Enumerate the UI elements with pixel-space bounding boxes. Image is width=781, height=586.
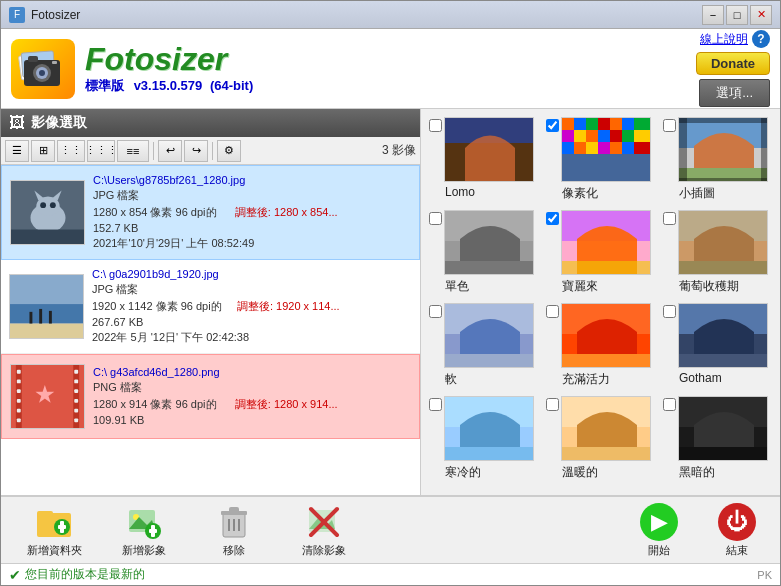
filter-checkbox-cold[interactable] [429,398,442,411]
filter-top [663,210,772,275]
file-list[interactable]: C:\Users\g8785bf261_1280.jpg JPG 檔案 1280… [1,165,420,495]
filter-name-cold: 寒冷的 [429,464,538,481]
file-thumbnail [9,274,84,339]
clear-button[interactable]: 清除影象 [279,501,369,559]
filter-top [546,210,655,275]
filter-checkbox-pixelate[interactable] [546,119,559,132]
title-bar: F Fotosizer − □ ✕ [1,1,780,29]
filter-checkbox-dark[interactable] [663,398,676,411]
svg-rect-16 [11,230,84,245]
redo-btn[interactable]: ↪ [184,140,208,162]
svg-rect-87 [562,354,651,368]
svg-rect-7 [52,61,57,64]
filter-item-brilliant: 寶麗來 [546,210,655,295]
filter-top [546,117,655,182]
svg-rect-30 [17,389,21,393]
online-help-link[interactable]: 線上說明 [700,31,748,48]
delete-button[interactable]: 移除 [189,501,279,559]
logo-icon [11,39,75,99]
panel-header: 🖼 影像選取 [1,109,420,137]
svg-rect-47 [598,118,610,130]
filter-checkbox-brilliant[interactable] [546,212,559,225]
add-folder-button[interactable]: 新增資料夾 [9,501,99,559]
window-controls: − □ ✕ [702,5,772,25]
file-type: JPG 檔案 [93,188,411,203]
view-grid3-btn[interactable]: ⋮⋮ [57,140,85,162]
view-grid2-btn[interactable]: ⊞ [31,140,55,162]
maximize-button[interactable]: □ [726,5,748,25]
filter-name-mono: 單色 [429,278,538,295]
start-button[interactable]: ▶ 開始 [624,501,694,559]
title-bar-title: Fotosizer [31,8,702,22]
main-window: F Fotosizer − □ ✕ [0,0,781,586]
add-image-label: 新增影象 [122,543,166,558]
settings-btn[interactable]: ⚙ [217,140,241,162]
undo-btn[interactable]: ↩ [158,140,182,162]
resize-info: 調整後: 1280 x 854... [235,206,338,218]
main-content: 🖼 影像選取 ☰ ⊞ ⋮⋮ ⋮⋮⋮ ≡≡ ↩ ↪ ⚙ 3 影像 [1,109,780,495]
stop-button[interactable]: ⏻ 結束 [702,501,772,559]
logo-text-area: Fotosizer 標準版 v3.15.0.579 (64-bit) [85,43,253,95]
file-size: 267.67 KB [92,316,412,328]
add-image-button[interactable]: 新增影象 [99,501,189,559]
svg-rect-71 [679,118,768,123]
svg-rect-46 [586,118,598,130]
svg-rect-53 [586,130,598,142]
filter-name-gotham: Gotham [663,371,772,385]
svg-rect-49 [622,118,634,130]
svg-rect-51 [562,130,574,142]
svg-rect-60 [586,142,598,154]
filter-top [663,396,772,461]
svg-rect-29 [17,379,21,383]
toolbar-row: ☰ ⊞ ⋮⋮ ⋮⋮⋮ ≡≡ ↩ ↪ ⚙ 3 影像 [1,137,420,165]
svg-rect-55 [610,130,622,142]
help-icon[interactable]: ? [752,30,770,48]
close-button[interactable]: ✕ [750,5,772,25]
view-table-btn[interactable]: ≡≡ [117,140,149,162]
filter-checkbox-sketch[interactable] [663,119,676,132]
filter-checkbox-soft[interactable] [429,305,442,318]
file-type: PNG 檔案 [93,380,411,395]
file-item[interactable]: C:\ g0a2901b9d_1920.jpg JPG 檔案 1920 x 11… [1,260,420,354]
filter-checkbox-vintage[interactable] [663,212,676,225]
svg-rect-33 [17,418,21,422]
file-item[interactable]: ★ C:\ g43afcd46d_1280.png PNG 檔案 1280 x … [1,354,420,439]
filter-top [429,117,538,182]
svg-rect-65 [562,154,651,182]
svg-rect-36 [74,389,78,393]
view-list-btn[interactable]: ☰ [5,140,29,162]
filter-checkbox-lomo[interactable] [429,119,442,132]
minimize-button[interactable]: − [702,5,724,25]
clear-icon [305,503,343,541]
filter-item-dark: 黑暗的 [663,396,772,481]
svg-rect-50 [634,118,651,130]
svg-text:★: ★ [35,383,55,407]
filter-name-warm: 溫暖的 [546,464,655,481]
svg-rect-90 [679,354,768,368]
file-item[interactable]: C:\Users\g8785bf261_1280.jpg JPG 檔案 1280… [1,165,420,260]
filter-checkbox-vivid[interactable] [546,305,559,318]
options-button[interactable]: 選項... [699,79,770,107]
filter-top [663,303,772,368]
edition-label: 標準版 [85,78,124,93]
start-icon: ▶ [640,503,678,541]
filter-thumb-lomo [444,117,534,182]
svg-rect-18 [10,275,83,304]
filter-checkbox-gotham[interactable] [663,305,676,318]
svg-rect-3 [28,56,38,62]
svg-rect-70 [761,118,768,182]
svg-point-14 [40,202,46,208]
header: Fotosizer 標準版 v3.15.0.579 (64-bit) 線上說明 … [1,29,780,109]
svg-rect-48 [610,118,622,130]
file-info: C:\ g0a2901b9d_1920.jpg JPG 檔案 1920 x 11… [92,268,412,345]
file-info: C:\Users\g8785bf261_1280.jpg JPG 檔案 1280… [93,174,411,251]
add-folder-label: 新增資料夾 [27,543,82,558]
svg-rect-56 [622,130,634,142]
filter-checkbox-warm[interactable] [546,398,559,411]
filter-item-pixelate: 像素化 [546,117,655,202]
toolbar-sep2 [212,142,213,160]
filter-checkbox-mono[interactable] [429,212,442,225]
view-grid4-btn[interactable]: ⋮⋮⋮ [87,140,115,162]
svg-rect-84 [445,354,534,368]
donate-button[interactable]: Donate [696,52,770,75]
